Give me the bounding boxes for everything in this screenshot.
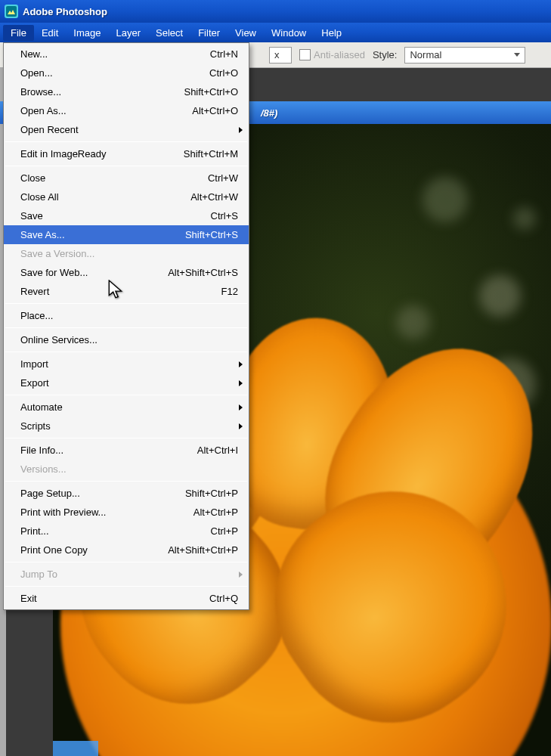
menu-layer[interactable]: Layer [109,25,149,41]
submenu-arrow-icon [239,404,243,411]
menu-item-label: Exit [20,593,147,604]
svg-rect-1 [6,6,17,17]
style-label: Style: [373,49,398,60]
menu-item-export[interactable]: Export [4,373,249,392]
submenu-arrow-icon [239,361,243,367]
menu-item-save-for-web[interactable]: Save for Web...Alt+Shift+Ctrl+S [4,263,249,282]
menu-item-browse[interactable]: Browse...Shift+Ctrl+O [4,82,249,101]
menu-item-shortcut: Ctrl+P [147,525,238,537]
options-px-suffix: x [274,49,280,60]
menu-item-new[interactable]: New...Ctrl+N [4,45,249,64]
menu-item-label: Close [20,172,147,184]
selection-highlight [53,741,98,756]
style-select[interactable]: Normal [404,47,525,64]
menu-item-shortcut: Ctrl+N [147,48,238,60]
menu-item-print[interactable]: Print...Ctrl+P [4,522,249,541]
menu-separator [5,141,247,142]
menu-item-file-info[interactable]: File Info...Alt+Ctrl+I [4,441,249,460]
menu-item-save-as[interactable]: Save As...Shift+Ctrl+S [4,225,249,244]
menu-item-exit[interactable]: ExitCtrl+Q [4,589,249,608]
menu-item-label: Open... [20,67,147,79]
menu-item-label: Scripts [20,420,238,432]
menu-item-close-all[interactable]: Close AllAlt+Ctrl+W [4,187,249,206]
menu-item-label: Export [20,377,238,389]
menu-item-label: Open Recent [20,124,238,135]
menu-item-import[interactable]: Import [4,355,249,373]
menu-edit[interactable]: Edit [34,25,66,41]
menubar: FileEditImageLayerSelectFilterViewWindow… [0,23,551,42]
menu-item-shortcut: Alt+Ctrl+I [147,445,238,456]
menu-item-save[interactable]: SaveCtrl+S [4,206,249,225]
menu-item-save-a-version: Save a Version... [4,244,249,263]
menu-view[interactable]: View [228,25,264,41]
menu-item-open-as[interactable]: Open As...Alt+Ctrl+O [4,101,249,120]
menu-item-label: Save [20,210,147,222]
menu-item-print-with-preview[interactable]: Print with Preview...Alt+Ctrl+P [4,503,249,522]
menu-item-shortcut: Shift+Ctrl+S [147,229,238,240]
menu-item-shortcut: Alt+Shift+Ctrl+P [147,544,238,556]
menu-item-shortcut: Ctrl+W [147,172,238,184]
menu-item-automate[interactable]: Automate [4,398,249,417]
menu-item-shortcut: Alt+Shift+Ctrl+S [147,267,238,278]
menu-item-open[interactable]: Open...Ctrl+O [4,64,249,82]
menu-separator [5,481,247,482]
menu-item-label: Place... [20,310,238,321]
menu-item-shortcut: Shift+Ctrl+P [147,488,238,499]
menu-item-edit-in-imageready[interactable]: Edit in ImageReadyShift+Ctrl+M [4,144,249,163]
menu-separator [5,586,247,587]
menu-item-shortcut: Alt+Ctrl+W [147,191,238,203]
menu-item-page-setup[interactable]: Page Setup...Shift+Ctrl+P [4,484,249,503]
document-title-text: /8#) [261,107,277,119]
menu-item-label: Jump To [20,569,238,580]
menu-item-label: Save a Version... [20,248,238,259]
menu-separator [5,327,247,328]
menu-separator [5,303,247,304]
menu-image[interactable]: Image [66,25,108,41]
menu-item-place[interactable]: Place... [4,306,249,325]
app-title: Adobe Photoshop [23,6,107,17]
menu-item-revert[interactable]: RevertF12 [4,282,249,301]
menu-separator [5,395,247,395]
menu-item-shortcut: F12 [147,286,238,297]
anti-aliased-option: Anti-aliased [299,49,365,60]
menu-item-shortcut: Alt+Ctrl+O [147,105,238,116]
menu-item-label: Revert [20,286,147,297]
menu-item-label: Edit in ImageReady [20,148,147,160]
menu-item-print-one-copy[interactable]: Print One CopyAlt+Shift+Ctrl+P [4,541,249,559]
menu-item-label: Open As... [20,105,147,116]
menu-item-label: Print... [20,525,147,537]
menu-item-label: File Info... [20,445,147,456]
window-titlebar: Adobe Photoshop [0,0,551,23]
submenu-arrow-icon [239,127,243,133]
menu-filter[interactable]: Filter [190,25,228,41]
chevron-down-icon [514,53,520,57]
menu-item-label: Online Services... [20,334,238,345]
anti-aliased-checkbox[interactable] [299,49,311,60]
menu-item-label: Browse... [20,86,147,98]
menu-file[interactable]: File [3,25,34,41]
file-menu-dropdown: New...Ctrl+NOpen...Ctrl+OBrowse...Shift+… [3,42,249,610]
menu-separator [5,166,247,166]
menu-item-shortcut: Shift+Ctrl+M [147,148,238,160]
menu-item-close[interactable]: CloseCtrl+W [4,169,249,187]
background-bokeh [423,177,468,222]
menu-item-label: Save for Web... [20,267,147,278]
menu-item-shortcut: Shift+Ctrl+O [147,86,238,98]
menu-select[interactable]: Select [148,25,190,41]
menu-separator [5,562,247,562]
photoshop-app-icon [5,5,18,18]
menu-item-shortcut: Alt+Ctrl+P [147,507,238,518]
menu-help[interactable]: Help [314,25,349,41]
menu-item-label: New... [20,48,147,60]
menu-window[interactable]: Window [264,25,314,41]
options-px-field[interactable]: x [269,47,292,64]
menu-item-scripts[interactable]: Scripts [4,417,249,435]
menu-item-open-recent[interactable]: Open Recent [4,120,249,139]
menu-separator [5,438,247,438]
anti-aliased-label: Anti-aliased [314,49,365,60]
menu-item-label: Import [20,358,238,370]
menu-item-label: Print with Preview... [20,507,147,518]
background-bokeh [513,207,536,230]
menu-item-versions: Versions... [4,460,249,479]
menu-item-online-services[interactable]: Online Services... [4,330,249,349]
